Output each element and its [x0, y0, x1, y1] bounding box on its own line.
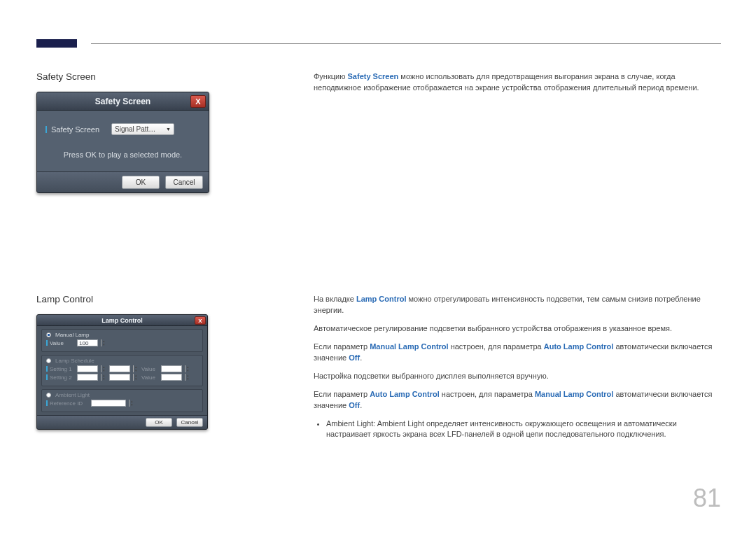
safety-screen-field-label: Safety Screen [51, 125, 107, 134]
stepper-arrows-icon[interactable]: ▴▾ [185, 374, 190, 381]
ambient-light-label: Ambient Light [55, 392, 90, 398]
manual-lamp-value-stepper[interactable]: 100 [77, 339, 98, 346]
reference-id-label: Reference ID [50, 400, 83, 407]
field-marker-icon [46, 340, 48, 346]
text-fragment: Если параметр [314, 342, 370, 351]
text-fragment: настроен, для параметра [449, 342, 544, 351]
highlight-off: Off [349, 353, 360, 362]
safety-screen-dialog-title-text: Safety Screen [95, 97, 150, 106]
highlight-ambient-light: Ambient Light [326, 419, 373, 428]
value-label: Value [50, 340, 64, 346]
field-marker-icon [46, 126, 47, 133]
radio-lamp-schedule[interactable] [46, 358, 51, 363]
manual-lamp-group: Manual Lamp Value 100 ▴▾ [41, 329, 203, 352]
radio-manual-lamp[interactable] [46, 332, 51, 337]
setting1-label: Setting 1 [50, 366, 72, 372]
ok-button[interactable]: OK [122, 176, 160, 189]
stepper-arrows-icon[interactable]: ▴▾ [185, 365, 190, 372]
close-icon[interactable]: X [190, 95, 206, 108]
stepper-arrows-icon[interactable]: ▴▾ [101, 365, 106, 372]
setting1-hour-stepper[interactable] [77, 365, 98, 372]
setting2-min-stepper[interactable] [109, 374, 130, 381]
highlight-safety-screen: Safety Screen [348, 72, 399, 80]
safety-screen-dropdown[interactable]: Signal Patt… ▼ [111, 123, 174, 135]
ambient-light-group: Ambient Light Reference ID ▴▾ [41, 389, 203, 412]
manual-lamp-label: Manual Lamp [55, 332, 89, 338]
stepper-arrows-icon[interactable]: ▴▾ [133, 374, 139, 381]
stepper-arrows-icon[interactable]: ▴▾ [101, 339, 106, 346]
text-fragment: На вкладке [314, 295, 356, 303]
field-marker-icon [46, 366, 48, 372]
setting1-value-stepper[interactable] [161, 365, 182, 372]
highlight-manual-lamp-control: Manual Lamp Control [370, 342, 448, 351]
highlight-off: Off [349, 401, 360, 409]
text-paragraph: Настройка подсветки выбранного дисплея в… [314, 371, 721, 382]
section-lamp-control-left: Lamp Control Lamp Control X Manual Lamp … [36, 294, 218, 430]
bullet-ambient-light: Ambient Light: Ambient Light определяет … [326, 419, 721, 441]
safety-screen-heading: Safety Screen [36, 71, 218, 82]
safety-screen-dialog-title: Safety Screen X [37, 92, 209, 111]
text-fragment: Функцию [314, 72, 348, 80]
setting2-label: Setting 2 [50, 374, 72, 381]
header-rule [91, 43, 721, 44]
chevron-down-icon: ▼ [166, 127, 171, 132]
cancel-button[interactable]: Cancel [176, 418, 203, 427]
close-icon[interactable]: X [195, 316, 206, 325]
stepper-arrows-icon[interactable]: ▴▾ [101, 374, 106, 381]
page-number: 81 [693, 484, 721, 513]
highlight-auto-lamp-control: Auto Lamp Control [544, 342, 614, 351]
text-fragment: настроен, для параметра [440, 390, 535, 398]
cancel-button[interactable]: Cancel [165, 176, 203, 189]
manual-lamp-value: 100 [79, 340, 94, 346]
lamp-control-heading: Lamp Control [36, 294, 218, 304]
stepper-arrows-icon[interactable]: ▴▾ [133, 365, 139, 372]
section-safety-screen-left: Safety Screen Safety Screen X Safety Scr… [36, 71, 218, 193]
safety-screen-dropdown-value: Signal Patt… [115, 125, 155, 133]
highlight-lamp-control: Lamp Control [356, 295, 407, 303]
setting2-value-stepper[interactable] [161, 374, 182, 381]
highlight-auto-lamp-control: Auto Lamp Control [370, 390, 440, 398]
field-marker-icon [46, 374, 48, 380]
text-fragment: Если параметр [314, 390, 370, 398]
setting2-hour-stepper[interactable] [77, 374, 98, 381]
stepper-arrows-icon[interactable]: ▴▾ [129, 400, 134, 407]
text-paragraph: Автоматическое регулирование подсветки в… [314, 323, 721, 335]
highlight-manual-lamp-control: Manual Lamp Control [535, 390, 613, 398]
lamp-control-dialog-title: Lamp Control X [37, 315, 207, 326]
radio-ambient-light[interactable] [46, 393, 51, 398]
schedule-value-label: Value [141, 374, 158, 381]
text-fragment: . [360, 353, 362, 362]
section-lamp-control-text: На вкладке Lamp Control можно отрегулиро… [314, 294, 721, 443]
lamp-control-dialog: Lamp Control X Manual Lamp Value 100 ▴▾ … [36, 314, 208, 430]
text-fragment: . [360, 401, 362, 409]
lamp-schedule-group: Lamp Schedule Setting 1 ▴▾ ▴▾ Value ▴▾ S… [41, 355, 203, 386]
safety-screen-dialog: Safety Screen X Safety Screen Signal Pat… [36, 92, 209, 193]
safety-screen-message: Press OK to play a selected mode. [46, 150, 200, 159]
header-marker [36, 39, 77, 48]
lamp-control-dialog-title-text: Lamp Control [102, 317, 143, 324]
highlight-ambient-light: Ambient Light [377, 419, 424, 428]
reference-id-dropdown[interactable] [91, 400, 126, 407]
lamp-schedule-label: Lamp Schedule [55, 358, 94, 364]
ok-button[interactable]: OK [146, 418, 172, 427]
field-marker-icon [46, 400, 48, 406]
setting1-min-stepper[interactable] [109, 365, 130, 372]
section-safety-screen-text: Функцию Safety Screen можно использовать… [314, 71, 721, 101]
schedule-value-label: Value [141, 366, 158, 372]
